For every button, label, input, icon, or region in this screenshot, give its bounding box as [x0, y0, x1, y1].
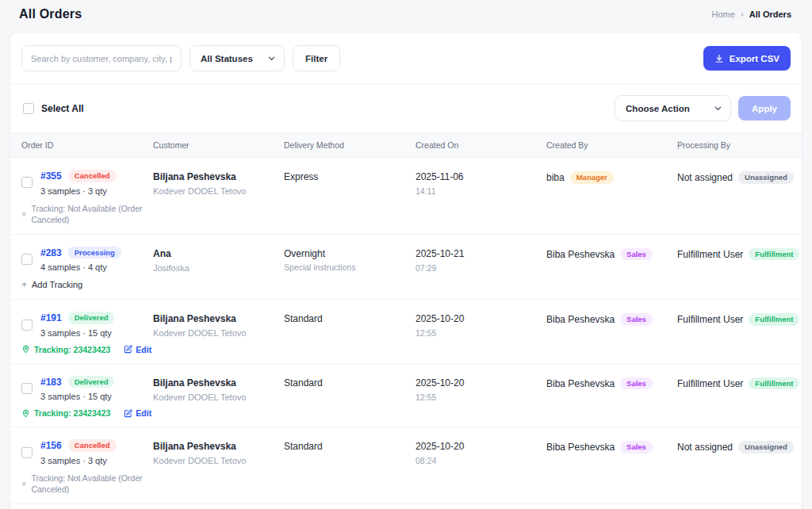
delivery-method: Express: [284, 170, 416, 182]
page-title: All Orders: [19, 7, 82, 21]
role-badge: Unassigned: [738, 171, 794, 184]
order-id-link[interactable]: #183: [40, 377, 62, 388]
status-filter-select[interactable]: All Statuses: [190, 45, 285, 71]
row-checkbox[interactable]: [21, 383, 33, 394]
created-date: 2025-10-21: [416, 247, 546, 259]
add-tracking-link[interactable]: + Add Tracking: [21, 279, 153, 290]
created-by-cell: Biba Peshevska Sales: [546, 312, 677, 354]
edit-icon: [124, 345, 132, 354]
breadcrumb-current: All Orders: [749, 10, 791, 19]
customer-cell: Ana Josifoska: [153, 247, 284, 291]
created-by-name: Biba Peshevska: [546, 442, 615, 453]
table-row: #283 Processing 4 samples · 4 qty + Add …: [10, 235, 802, 300]
x-icon: ×: [21, 479, 26, 488]
created-time: 07:29: [416, 263, 546, 273]
order-id-link[interactable]: #283: [40, 247, 62, 258]
download-icon: [714, 54, 724, 63]
created-by-cell: Biba Peshevska Sales: [546, 439, 677, 495]
status-filter-value: All Statuses: [201, 54, 253, 63]
created-by-name: Biba Peshevska: [546, 314, 615, 325]
chevron-down-icon: [714, 104, 722, 113]
apply-button[interactable]: Apply: [738, 96, 791, 121]
created-on-cell: 2025-10-20 12:55: [416, 312, 546, 354]
status-badge: Processing: [68, 247, 121, 259]
chevron-right-icon: ›: [741, 9, 744, 20]
breadcrumb-home[interactable]: Home: [711, 10, 734, 19]
customer-cell: Biljana Peshevska Kodever DOOEL Tetovo: [153, 312, 284, 354]
order-id-link[interactable]: #355: [40, 170, 62, 182]
order-summary: 3 samples · 3 qty: [40, 186, 117, 196]
bulk-action-select[interactable]: Choose Action: [615, 95, 731, 121]
role-badge: Sales: [620, 248, 653, 261]
tracking-number: Tracking: 23423423: [21, 408, 110, 418]
status-badge: Delivered: [68, 312, 115, 324]
order-id-link[interactable]: #156: [40, 440, 62, 451]
tracking-text: Tracking: Not Available (Order Canceled): [31, 473, 148, 495]
created-time: 12:55: [416, 328, 546, 338]
tracking-text: Tracking: Not Available (Order Canceled): [31, 203, 148, 225]
header-delivery-method: Delivery Method: [284, 140, 416, 150]
customer-company: Kodever DOOEL Tetovo: [153, 392, 284, 402]
order-cell: #355 Cancelled 3 samples · 3 qty × Track…: [21, 170, 153, 225]
processing-by-name: Fulfillment User: [677, 314, 743, 325]
order-cell: #191 Delivered 3 samples · 15 qty Tracki…: [21, 312, 153, 354]
created-date: 2025-10-20: [416, 312, 546, 324]
row-checkbox[interactable]: [21, 254, 33, 265]
customer-cell: Biljana Peshevska Kodever DOOEL Tetovo: [153, 170, 284, 225]
x-icon: ×: [21, 209, 26, 219]
export-csv-button[interactable]: Export CSV: [703, 46, 791, 71]
delivery-cell: Standard: [284, 376, 416, 419]
row-checkbox[interactable]: [21, 320, 33, 331]
created-date: 2025-10-20: [416, 439, 546, 452]
customer-name: Biljana Peshevska: [153, 439, 284, 452]
delivery-cell: Express: [284, 170, 416, 225]
delivery-method: Overnight: [284, 247, 416, 259]
processing-by-name: Not assigned: [677, 442, 733, 453]
processing-by-cell: Fulfillment User Fulfillment: [677, 247, 799, 291]
select-all-checkbox[interactable]: [23, 103, 34, 114]
map-pin-icon: [21, 409, 30, 418]
add-tracking-label: Add Tracking: [32, 280, 82, 289]
search-input[interactable]: [21, 45, 182, 71]
row-checkbox[interactable]: [21, 177, 33, 188]
order-summary: 4 samples · 4 qty: [40, 262, 121, 272]
order-id-link[interactable]: #191: [40, 312, 62, 323]
created-by-cell: biba Manager: [546, 170, 677, 225]
customer-company: Kodever DOOEL Tetovo: [153, 328, 284, 338]
map-pin-icon: [21, 345, 30, 354]
order-cell: #183 Delivered 3 samples · 15 qty Tracki…: [21, 376, 153, 419]
order-summary: 3 samples · 15 qty: [40, 392, 114, 401]
filter-button[interactable]: Filter: [293, 45, 340, 71]
customer-cell: Biljana Peshevska Kodever DOOEL Tetovo: [153, 376, 284, 419]
status-badge: Delivered: [68, 376, 115, 388]
processing-by-cell: Not assigned Unassigned: [677, 170, 794, 225]
created-on-cell: 2025-10-21 07:29: [416, 247, 546, 291]
order-summary: 3 samples · 3 qty: [40, 456, 117, 465]
status-badge: Cancelled: [68, 170, 117, 182]
edit-tracking-link[interactable]: Edit: [124, 408, 151, 418]
edit-icon: [124, 409, 132, 418]
processing-by-name: Fulfillment User: [677, 249, 743, 260]
created-time: 14:11: [416, 186, 546, 196]
header-created-on: Created On: [416, 140, 546, 150]
created-by-cell: Biba Peshevska Sales: [546, 247, 677, 291]
select-all[interactable]: Select All: [23, 103, 84, 114]
breadcrumb: Home › All Orders: [711, 9, 791, 20]
created-time: 08:24: [416, 456, 546, 465]
customer-company: Kodever DOOEL Tetovo: [153, 186, 284, 196]
tracking-number: Tracking: 23423423: [21, 345, 110, 354]
orders-card: All Statuses Filter Export CSV Select Al…: [10, 32, 802, 509]
bulk-action-value: Choose Action: [626, 104, 690, 113]
table-row: #355 Cancelled 3 samples · 3 qty × Track…: [10, 158, 802, 235]
created-by-name: Biba Peshevska: [546, 249, 615, 260]
customer-name: Biljana Peshevska: [153, 170, 284, 182]
processing-by-name: Not assigned: [677, 172, 733, 183]
delivery-method: Standard: [284, 439, 416, 452]
created-on-cell: 2025-10-20 08:24: [416, 439, 546, 495]
edit-tracking-link[interactable]: Edit: [124, 345, 151, 354]
customer-cell: Biljana Peshevska Kodever DOOEL Tetovo: [153, 439, 284, 495]
customer-company: Josifoska: [153, 263, 284, 273]
order-summary: 3 samples · 15 qty: [40, 328, 114, 338]
created-date: 2025-11-06: [416, 170, 546, 182]
row-checkbox[interactable]: [21, 447, 33, 458]
